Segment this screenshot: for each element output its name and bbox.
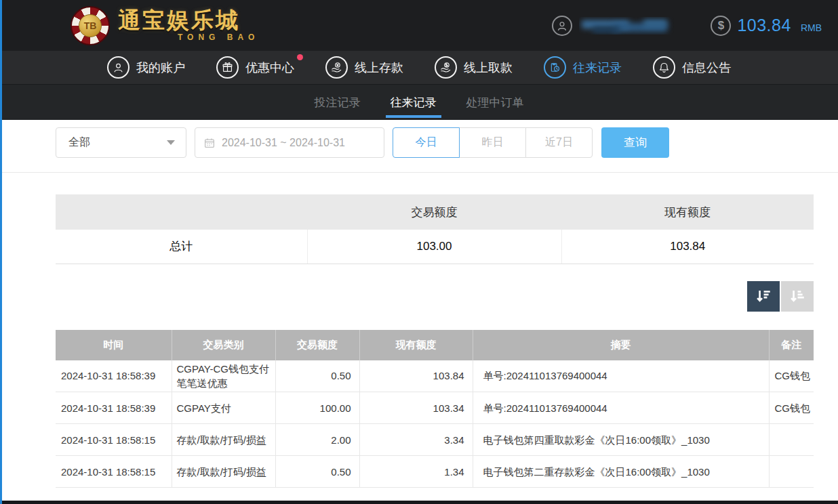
poker-chip-logo-icon: TB xyxy=(71,6,110,45)
cell-note xyxy=(769,424,814,456)
cell-balance: 1.34 xyxy=(359,456,473,488)
record-subtabs: 投注记录 往来记录 处理中订单 xyxy=(0,84,838,120)
summary-header-balance: 现有额度 xyxy=(561,194,814,230)
main-navigation: 我的账户 优惠中心 线上存款 线上取款 往来记录 信息公告 xyxy=(0,51,838,84)
nav-item-online-deposit[interactable]: 线上存款 xyxy=(325,56,403,79)
cell-time: 2024-10-31 18:58:15 xyxy=(56,424,172,456)
col-header-note: 备注 xyxy=(769,330,814,360)
nav-label: 线上存款 xyxy=(355,60,403,76)
col-header-time: 时间 xyxy=(56,330,172,360)
date-range-value: 2024-10-31 ~ 2024-10-31 xyxy=(222,137,345,149)
logo-subtitle: TONG BAO xyxy=(118,33,259,42)
col-header-type: 交易类别 xyxy=(172,330,275,360)
cell-type: CGPAY-CG钱包支付笔笔送优惠 xyxy=(172,360,275,392)
nav-label: 线上取款 xyxy=(464,60,513,76)
nav-item-announcements[interactable]: 信息公告 xyxy=(653,56,731,79)
nav-item-online-withdraw[interactable]: 线上取款 xyxy=(435,56,513,79)
nav-item-my-account[interactable]: 我的账户 xyxy=(107,56,185,79)
tab-transaction-records[interactable]: 往来记录 xyxy=(389,85,438,120)
nav-label: 优惠中心 xyxy=(245,60,294,76)
date-range-input[interactable]: 2024-10-31 ~ 2024-10-31 xyxy=(195,127,384,158)
cell-balance: 103.34 xyxy=(359,392,473,424)
table-row: 2024-10-31 18:58:15 存款/取款/打码/损益 0.50 1.3… xyxy=(56,456,814,488)
user-icon xyxy=(107,56,129,79)
cell-summary: 电子钱包第四重取款彩金《次日16:00领取》_1030 xyxy=(473,424,769,456)
cell-summary: 电子钱包第二重存款彩金《次日16:00领取》_1030 xyxy=(473,456,769,488)
username-redacted-blur[interactable] xyxy=(579,17,675,35)
category-dropdown[interactable]: 全部 xyxy=(56,127,186,158)
nav-label: 我的账户 xyxy=(136,60,185,76)
balance-currency: RMB xyxy=(801,18,822,33)
records-clipboard-clock-icon xyxy=(544,56,566,79)
bottom-edge-strip xyxy=(0,501,838,504)
summary-header-empty xyxy=(56,194,307,230)
cell-type: 存款/取款/打码/损益 xyxy=(172,424,275,456)
balance-coin-icon: $ xyxy=(711,16,731,36)
tab-betting-records[interactable]: 投注记录 xyxy=(313,85,362,120)
user-avatar-icon[interactable] xyxy=(552,16,572,36)
deposit-coin-hand-icon xyxy=(325,56,348,79)
sort-descending-icon xyxy=(755,287,772,305)
yesterday-button[interactable]: 昨日 xyxy=(459,127,526,158)
chevron-down-icon xyxy=(167,140,175,145)
nav-item-promotions[interactable]: 优惠中心 xyxy=(216,56,294,79)
last-7-days-button[interactable]: 近7日 xyxy=(525,127,593,158)
cell-note: CG钱包 xyxy=(769,360,814,392)
sort-ascending-button[interactable] xyxy=(781,281,814,312)
withdraw-coin-hand-icon xyxy=(435,56,457,79)
cell-type: 存款/取款/打码/损益 xyxy=(172,456,275,488)
bell-icon xyxy=(653,56,675,79)
summary-header-row: 交易额度 现有额度 xyxy=(56,194,814,230)
cell-time: 2024-10-31 18:58:39 xyxy=(56,392,172,424)
cell-amount: 0.50 xyxy=(275,456,359,488)
chip-monogram: TB xyxy=(79,14,102,37)
sort-descending-button[interactable] xyxy=(747,281,780,312)
col-header-balance: 现有额度 xyxy=(359,330,473,360)
nav-label: 信息公告 xyxy=(682,60,731,76)
col-header-summary: 摘要 xyxy=(473,330,769,360)
quick-date-button-group: 今日 昨日 近7日 xyxy=(393,127,593,158)
cell-type: CGPAY支付 xyxy=(172,392,275,424)
col-header-amount: 交易额度 xyxy=(275,330,359,360)
tab-label: 往来记录 xyxy=(391,95,437,110)
tab-label: 处理中订单 xyxy=(466,95,524,110)
transaction-table: 时间 交易类别 交易额度 现有额度 摘要 备注 2024-10-31 18:58… xyxy=(56,330,814,488)
nav-item-transaction-records[interactable]: 往来记录 xyxy=(544,56,622,79)
sort-controls xyxy=(56,281,814,312)
cell-balance: 103.84 xyxy=(359,360,473,392)
cell-summary: 单号:202411013769400044 xyxy=(473,392,769,424)
active-tab-underline xyxy=(386,115,441,118)
summary-header-transaction: 交易额度 xyxy=(307,194,561,230)
window-edge-stripe xyxy=(0,0,2,504)
logo-title: 通宝娱乐城 xyxy=(118,9,259,33)
calendar-icon xyxy=(203,137,216,149)
cell-note xyxy=(769,456,814,488)
balance-amount[interactable]: 103.84 xyxy=(737,16,791,35)
app-header: TB 通宝娱乐城 TONG BAO $ 103.84 RMB xyxy=(0,0,838,51)
user-area: $ 103.84 RMB xyxy=(552,16,822,36)
cell-amount: 100.00 xyxy=(275,392,359,424)
cell-amount: 0.50 xyxy=(275,360,359,392)
search-button[interactable]: 查询 xyxy=(601,127,669,158)
cell-balance: 3.34 xyxy=(359,424,473,456)
cell-amount: 2.00 xyxy=(275,424,359,456)
brand-logo[interactable]: TB 通宝娱乐城 TONG BAO xyxy=(71,6,259,45)
summary-total-balance: 103.84 xyxy=(561,230,814,264)
sort-ascending-icon xyxy=(789,287,806,305)
category-dropdown-value: 全部 xyxy=(68,135,90,150)
today-button[interactable]: 今日 xyxy=(393,127,460,158)
summary-total-transaction: 103.00 xyxy=(307,230,561,264)
summary-total-row: 总计 103.00 103.84 xyxy=(56,230,814,264)
cell-time: 2024-10-31 18:58:15 xyxy=(56,456,172,488)
summary-table: 交易额度 现有额度 总计 103.00 103.84 xyxy=(56,194,814,264)
filter-toolbar: 全部 2024-10-31 ~ 2024-10-31 今日 昨日 近7日 查询 xyxy=(56,127,838,158)
tab-pending-orders[interactable]: 处理中订单 xyxy=(465,85,525,120)
notification-dot-badge xyxy=(297,54,303,60)
nav-label: 往来记录 xyxy=(573,60,622,76)
table-row: 2024-10-31 18:58:15 存款/取款/打码/损益 2.00 3.3… xyxy=(56,424,814,456)
table-row: 2024-10-31 18:58:39 CGPAY支付 100.00 103.3… xyxy=(56,392,814,424)
cell-summary: 单号:202411013769400044 xyxy=(473,360,769,392)
transaction-table-header-row: 时间 交易类别 交易额度 现有额度 摘要 备注 xyxy=(56,330,814,360)
cell-time: 2024-10-31 18:58:39 xyxy=(56,360,172,392)
cell-note: CG钱包 xyxy=(769,392,814,424)
